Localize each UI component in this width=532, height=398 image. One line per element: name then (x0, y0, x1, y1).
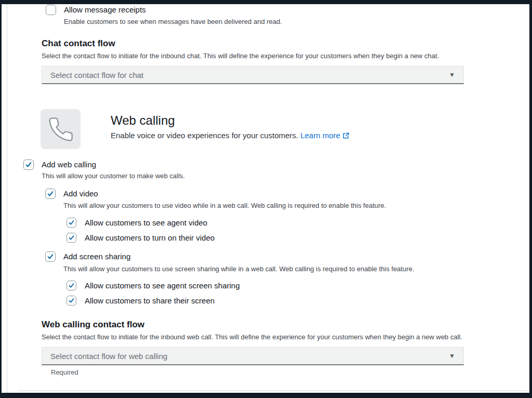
chat-contact-flow-title: Chat contact flow (42, 38, 115, 49)
required-hint: Required (51, 368, 78, 377)
chevron-down-icon: ▼ (449, 353, 455, 359)
see-agent-screen-sharing-label: Allow customers to see agent screen shar… (85, 280, 240, 291)
chevron-down-icon: ▼ (449, 72, 455, 78)
phone-handset-icon (47, 116, 74, 143)
turn-on-their-video-label: Allow customers to turn on their video (85, 232, 215, 243)
add-web-calling-checkbox[interactable] (23, 160, 34, 170)
add-video-description: This will allow your customers to use vi… (63, 201, 386, 210)
chat-contact-flow-description: Select the contact flow to initiate for … (42, 51, 439, 61)
web-calling-subtitle: Enable voice or video experiences for yo… (111, 130, 350, 142)
share-their-screen-label: Allow customers to share their screen (85, 295, 215, 306)
see-agent-video-label: Allow customers to see agent video (85, 217, 207, 228)
allow-message-receipts-checkbox[interactable] (46, 5, 56, 15)
web-calling-icon-tile (41, 109, 81, 149)
web-calling-contact-flow-title: Web calling contact flow (42, 319, 144, 330)
learn-more-label: Learn more (300, 131, 340, 140)
add-web-calling-description: This will allow your customer to make we… (42, 171, 185, 181)
panel-left-rule (7, 4, 7, 393)
web-calling-contact-flow-description: Select the contact flow to initiate for … (42, 333, 462, 342)
add-video-label: Add video (63, 188, 98, 199)
learn-more-link[interactable]: Learn more (300, 131, 350, 140)
chat-contact-flow-select-value: Select contact flow for chat (50, 71, 143, 79)
chat-contact-flow-select[interactable]: Select contact flow for chat ▼ (42, 66, 464, 84)
web-calling-subtitle-text: Enable voice or video experiences for yo… (111, 131, 298, 140)
add-screen-sharing-label: Add screen sharing (63, 251, 130, 262)
share-their-screen-checkbox[interactable] (66, 296, 76, 306)
add-web-calling-label: Add web calling (42, 159, 96, 170)
see-agent-screen-sharing-checkbox[interactable] (66, 281, 76, 290)
add-screen-sharing-description: This will allow your customers to use sc… (63, 264, 414, 274)
add-video-checkbox[interactable] (45, 189, 56, 199)
add-screen-sharing-checkbox[interactable] (45, 251, 56, 262)
screenshot-frame: Allow message receipts Enable customers … (0, 0, 532, 398)
turn-on-their-video-checkbox[interactable] (66, 233, 76, 243)
external-link-icon (342, 131, 350, 142)
section-divider (19, 390, 528, 391)
allow-message-receipts-label: Allow message receipts (64, 4, 146, 15)
web-calling-contact-flow-select[interactable]: Select contact flow for web calling ▼ (42, 347, 464, 365)
web-calling-title: Web calling (111, 113, 175, 128)
web-calling-contact-flow-select-value: Select contact flow for web calling (50, 352, 167, 361)
see-agent-video-checkbox[interactable] (66, 218, 76, 228)
allow-message-receipts-description: Enable customers to see when messages ha… (64, 17, 282, 26)
